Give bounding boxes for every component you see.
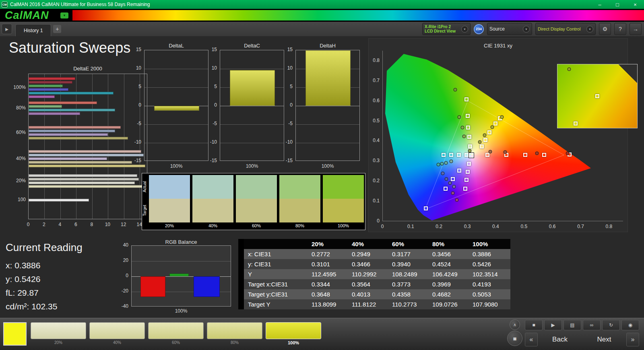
refresh-button[interactable]: ↻: [602, 320, 620, 330]
axis-tick-label: 0.4: [492, 224, 499, 229]
back-chevron-button[interactable]: «: [525, 333, 538, 346]
swatch-label: 100%: [266, 340, 321, 345]
tab-history-1[interactable]: History 1: [15, 24, 51, 36]
table-header-row: 20%40%60%80%100%: [238, 239, 510, 249]
target-point: [483, 138, 487, 142]
gridline: [144, 143, 208, 143]
current-reading-values: x: 0.3886y: 0.5426fL: 29.87cd/m²: 102.35: [6, 259, 122, 313]
deltae-bar: [29, 101, 97, 104]
target-point: [542, 153, 546, 157]
target-color: [323, 199, 364, 222]
measured-point: [445, 177, 448, 181]
measurement-table: 20%40%60%80%100%x: CIE310.27720.29490.31…: [238, 239, 510, 309]
target-point: [463, 187, 467, 191]
measured-point: [462, 134, 466, 138]
panel-toggle-button[interactable]: ▶: [2, 24, 12, 34]
table-left-strip: [238, 259, 244, 269]
deltae-bar: [29, 165, 145, 167]
axis-tick-label: 6: [74, 222, 77, 227]
deltae-bar: [29, 81, 72, 84]
axis-tick-label: 0.6: [373, 98, 380, 103]
deltaC-chart: DeltaC151050-5-10-15100%: [207, 43, 286, 170]
saturation-level-button-80%[interactable]: 80%: [207, 322, 262, 347]
chevron-down-icon[interactable]: ▼: [586, 26, 593, 33]
stop-button[interactable]: ■: [525, 320, 543, 330]
target-row-label: Target: [142, 199, 148, 222]
saturation-level-button-40%[interactable]: 40%: [89, 322, 145, 347]
axis-group-label: 20%: [16, 178, 26, 183]
target-color: [192, 199, 233, 222]
advanced-button[interactable]: →: [630, 23, 642, 35]
meter-dropdown[interactable]: X-Rite i1Pro 2 LCD Direct View ▼: [422, 23, 471, 35]
table-left-strip: [238, 299, 244, 309]
column-header: 40%: [349, 239, 390, 249]
back-button[interactable]: Back: [538, 336, 582, 344]
deltae-bar: [29, 88, 68, 91]
cell-value: 0.4193: [470, 279, 510, 289]
cell-value: 109.0726: [430, 299, 470, 309]
logo-dropdown-button[interactable]: ▼: [60, 12, 68, 19]
save-button[interactable]: ▤: [564, 320, 581, 330]
display-control-dropdown[interactable]: Direct Display Control ▼: [535, 23, 596, 35]
axis-tick-label: 0.5: [520, 224, 527, 229]
help-button[interactable]: ?: [614, 23, 626, 35]
next-chevron-button[interactable]: »: [626, 333, 639, 346]
deltae-bar: [29, 174, 137, 177]
gridline: [76, 74, 76, 219]
cell-value: 0.4524: [430, 259, 470, 269]
tab-label: History 1: [24, 28, 43, 33]
axis-tick-label: -10: [286, 139, 293, 145]
next-button[interactable]: Next: [582, 336, 626, 344]
table-left-strip: [238, 239, 244, 249]
cell-value: 0.3564: [349, 279, 390, 289]
axis-tick-label: 14: [137, 222, 142, 227]
chart-title: RGB Balance: [131, 239, 231, 245]
cell-value: 107.9080: [470, 299, 510, 309]
deltae-bar: [29, 185, 144, 188]
deltae-bar: [29, 150, 141, 153]
maximize-button[interactable]: □: [609, 0, 626, 9]
measured-point: [454, 88, 457, 92]
deltaL-chart: DeltaL151050-5-10-15100%: [131, 43, 210, 170]
axis-tick-label: -5: [288, 121, 293, 126]
chart-title: CIE 1931 xy: [369, 43, 627, 49]
saturation-level-button-20%[interactable]: 20%: [31, 322, 86, 347]
table-row: y: CIE310.31010.34660.39400.45240.5426: [238, 259, 510, 269]
table-row: Target x:CIE310.33440.35640.37730.39690.…: [238, 279, 510, 289]
target-point: [442, 153, 446, 157]
power-button[interactable]: ◉: [621, 320, 639, 330]
cell-value: 0.5053: [470, 289, 510, 299]
gridline: [220, 143, 284, 143]
current-reading-title: Current Reading: [6, 241, 122, 254]
chevron-down-icon[interactable]: ▼: [461, 26, 468, 33]
swatch-list: 20%40%60%80%100%: [149, 175, 364, 229]
chevron-down-icon[interactable]: ▼: [523, 26, 530, 33]
axis-tick-label: 2: [43, 222, 45, 227]
swatch-color: [148, 322, 204, 339]
deltaH-chart: DeltaH151050-5-10-15100%: [283, 43, 361, 170]
axis-tick-label: 0.1: [407, 224, 414, 229]
column-header: 80%: [430, 239, 470, 249]
stop-measure-button[interactable]: ■: [507, 331, 522, 346]
axis-group-label: 80%: [16, 105, 26, 111]
minimize-button[interactable]: –: [591, 0, 609, 9]
cell-value: 0.2949: [349, 249, 390, 259]
add-tab-button[interactable]: +: [53, 25, 61, 33]
gridline: [60, 74, 61, 219]
row-label: Y: [244, 269, 309, 279]
rgb-bar-red: [140, 276, 165, 297]
axis-label: 100%: [220, 163, 284, 169]
axis-tick-label: -15: [286, 158, 293, 163]
chart-title: DeltaL: [144, 43, 208, 49]
source-dropdown[interactable]: Source ▼: [487, 23, 532, 35]
saturation-level-button-100%[interactable]: 100%: [266, 322, 321, 347]
play-button[interactable]: ▶: [544, 320, 562, 330]
saturation-level-button-60%[interactable]: 60%: [148, 322, 204, 347]
plot-area: [144, 50, 208, 161]
axis-tick-label: 15: [212, 47, 217, 52]
measured-point: [503, 150, 507, 154]
close-button[interactable]: ×: [626, 0, 644, 9]
loop-button[interactable]: ∞: [583, 320, 601, 330]
collapse-button[interactable]: ∧: [510, 319, 520, 330]
settings-button[interactable]: ⚙: [599, 23, 611, 35]
